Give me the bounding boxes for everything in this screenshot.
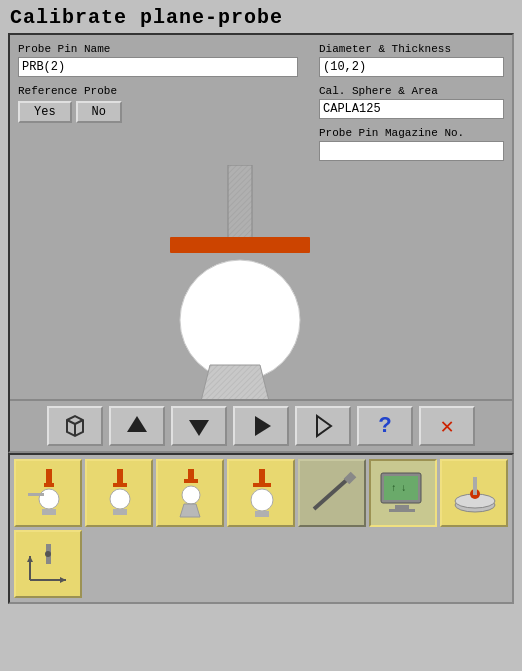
svg-marker-11 <box>127 416 147 432</box>
reference-probe-group: Reference Probe Yes No <box>18 85 298 123</box>
down-button[interactable] <box>171 406 227 446</box>
svg-rect-43 <box>473 477 477 495</box>
toolbar: ? ✕ <box>10 399 512 451</box>
svg-rect-21 <box>113 483 127 487</box>
up-button[interactable] <box>109 406 165 446</box>
palette-monitor[interactable]: ↑ ↓ <box>369 459 437 527</box>
probe-pin-name-input[interactable] <box>18 57 298 77</box>
form-left: Probe Pin Name Reference Probe Yes No <box>18 43 298 131</box>
palette-probe-1[interactable] <box>14 459 82 527</box>
close-button[interactable]: ✕ <box>419 406 475 446</box>
probe-pin-name-group: Probe Pin Name <box>18 43 298 77</box>
svg-rect-15 <box>46 469 52 483</box>
svg-marker-49 <box>27 556 33 562</box>
svg-line-9 <box>75 420 83 424</box>
svg-point-22 <box>110 489 130 509</box>
right-button[interactable] <box>233 406 289 446</box>
right-arrow-icon <box>247 412 275 440</box>
probe-pin-magazine-group: Probe Pin Magazine No. <box>319 127 504 161</box>
yes-button[interactable]: Yes <box>18 101 72 123</box>
svg-point-45 <box>45 551 51 557</box>
svg-marker-48 <box>60 577 66 583</box>
page-title: Calibrate plane-probe <box>10 6 283 29</box>
disc-icon <box>446 465 502 521</box>
palette-line[interactable] <box>298 459 366 527</box>
svg-line-32 <box>314 477 350 509</box>
palette-small-probe[interactable] <box>14 530 82 598</box>
svg-rect-36 <box>395 505 409 509</box>
svg-rect-31 <box>255 511 269 517</box>
small-probe-icon <box>20 536 76 592</box>
palette-probe-4[interactable] <box>227 459 295 527</box>
probe-1-icon <box>20 465 76 521</box>
svg-rect-25 <box>184 479 198 483</box>
probe-4-icon <box>233 465 289 521</box>
svg-rect-2 <box>170 237 310 253</box>
probe-visual <box>140 165 340 425</box>
svg-point-17 <box>39 489 59 509</box>
probe-3-icon <box>162 465 218 521</box>
svg-text:↑: ↑ <box>391 483 397 494</box>
svg-point-3 <box>180 260 300 380</box>
cube-icon <box>59 410 91 442</box>
reference-probe-label: Reference Probe <box>18 85 298 97</box>
svg-marker-13 <box>255 416 271 436</box>
main-area: Probe Pin Name Reference Probe Yes No Di… <box>8 33 514 453</box>
no-button[interactable]: No <box>76 101 122 123</box>
svg-rect-18 <box>42 509 56 515</box>
svg-rect-28 <box>259 469 265 483</box>
svg-marker-14 <box>317 416 331 436</box>
title-bar: Calibrate plane-probe <box>0 0 522 33</box>
svg-rect-20 <box>117 469 123 483</box>
svg-rect-23 <box>113 509 127 515</box>
svg-rect-19 <box>28 493 44 496</box>
probe-2-icon <box>91 465 147 521</box>
palette-probe-3[interactable] <box>156 459 224 527</box>
diameter-thickness-group: Diameter & Thickness <box>319 43 504 77</box>
palette-probe-2[interactable] <box>85 459 153 527</box>
probe-pin-magazine-input[interactable] <box>319 141 504 161</box>
svg-rect-37 <box>389 509 415 512</box>
svg-point-30 <box>251 489 273 511</box>
svg-rect-16 <box>44 483 54 487</box>
next-arrow-icon <box>309 412 337 440</box>
line-icon <box>304 465 360 521</box>
form-right: Diameter & Thickness Cal. Sphere & Area … <box>319 43 504 169</box>
svg-point-26 <box>182 486 200 504</box>
help-button[interactable]: ? <box>357 406 413 446</box>
probe-pin-magazine-label: Probe Pin Magazine No. <box>319 127 504 139</box>
diameter-thickness-label: Diameter & Thickness <box>319 43 504 55</box>
diameter-thickness-input[interactable] <box>319 57 504 77</box>
svg-line-8 <box>67 420 75 424</box>
cal-sphere-label: Cal. Sphere & Area <box>319 85 504 97</box>
up-arrow-icon <box>123 412 151 440</box>
svg-rect-1 <box>228 165 252 245</box>
cal-sphere-group: Cal. Sphere & Area <box>319 85 504 119</box>
down-arrow-icon <box>185 412 213 440</box>
svg-marker-27 <box>180 504 200 517</box>
svg-marker-12 <box>189 420 209 436</box>
cal-sphere-input[interactable] <box>319 99 504 119</box>
yes-no-row: Yes No <box>18 101 298 123</box>
close-icon: ✕ <box>440 413 453 440</box>
monitor-icon: ↑ ↓ <box>375 465 431 521</box>
probe-pin-name-label: Probe Pin Name <box>18 43 298 55</box>
svg-rect-29 <box>253 483 271 487</box>
svg-text:↓: ↓ <box>401 483 407 494</box>
palette-area: ↑ ↓ <box>8 453 514 604</box>
help-label: ? <box>378 414 391 439</box>
palette-disc[interactable] <box>440 459 508 527</box>
next-button[interactable] <box>295 406 351 446</box>
svg-rect-24 <box>188 469 194 479</box>
cube-button[interactable] <box>47 406 103 446</box>
